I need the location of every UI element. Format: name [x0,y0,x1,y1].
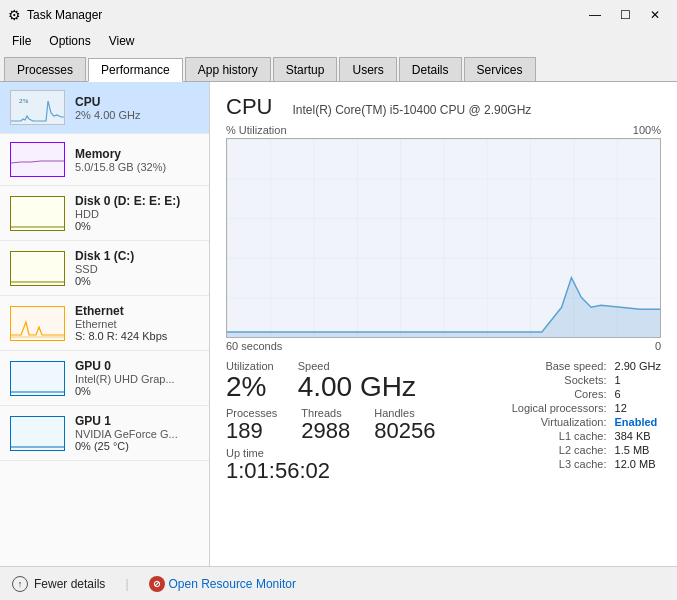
disk0-info: Disk 0 (D: E: E: E:) HDD 0% [75,194,199,232]
chart-area: % Utilization 100% 6 [226,124,661,352]
open-resource-monitor-link[interactable]: ⊘ Open Resource Monitor [149,576,296,592]
minimize-button[interactable]: — [581,5,609,25]
fewer-details-button[interactable]: ↑ Fewer details [12,576,105,592]
threads-block: Threads 2988 [301,407,350,443]
info-virtualization: Virtualization: Enabled [487,416,661,428]
svg-rect-6 [11,362,65,396]
handles-label: Handles [374,407,435,419]
ethernet-thumbnail [10,306,65,341]
stats-section: Utilization 2% Speed 4.00 GHz Processes … [226,360,661,487]
utilization-block: Utilization 2% [226,360,274,403]
gpu1-thumbnail [10,416,65,451]
memory-thumbnail [10,142,65,177]
menu-view[interactable]: View [101,32,143,50]
info-l3: L3 cache: 12.0 MB [487,458,661,470]
cpu-info: CPU 2% 4.00 GHz [75,95,199,121]
close-button[interactable]: ✕ [641,5,669,25]
sidebar-item-disk0[interactable]: Disk 0 (D: E: E: E:) HDD 0% [0,186,209,241]
gpu0-pct: 0% [75,385,199,397]
gpu1-title: GPU 1 [75,414,199,428]
chart-label-top: % Utilization 100% [226,124,661,136]
tab-performance[interactable]: Performance [88,58,183,82]
chart-max-label: 100% [633,124,661,136]
tab-services[interactable]: Services [464,57,536,81]
info-basespeed: Base speed: 2.90 GHz [487,360,661,372]
memory-info: Memory 5.0/15.8 GB (32%) [75,147,199,173]
info-logical: Logical processors: 12 [487,402,661,414]
tab-app-history[interactable]: App history [185,57,271,81]
app-icon: ⚙ [8,7,21,23]
info-cores: Cores: 6 [487,388,661,400]
sidebar-item-memory[interactable]: Memory 5.0/15.8 GB (32%) [0,134,209,186]
svg-text:2%: 2% [19,97,29,105]
menu-options[interactable]: Options [41,32,98,50]
maximize-button[interactable]: ☐ [611,5,639,25]
basespeed-label: Base speed: [487,360,607,372]
title-bar-left: ⚙ Task Manager [8,7,102,23]
sidebar-item-ethernet[interactable]: Ethernet Ethernet S: 8.0 R: 424 Kbps [0,296,209,351]
handles-value: 80256 [374,419,435,443]
memory-sub: 5.0/15.8 GB (32%) [75,161,199,173]
sidebar: 2% CPU 2% 4.00 GHz Memory 5.0/15.8 GB (3… [0,82,210,566]
tab-users[interactable]: Users [339,57,396,81]
fewer-details-icon: ↑ [12,576,28,592]
uptime-value: 1:01:56:02 [226,459,330,483]
left-stats: Utilization 2% Speed 4.00 GHz Processes … [226,360,436,487]
l1-label: L1 cache: [487,430,607,442]
content-title: CPU [226,94,272,120]
menu-file[interactable]: File [4,32,39,50]
gpu0-thumbnail [10,361,65,396]
cores-value: 6 [615,388,621,400]
processes-threads-handles-row: Processes 189 Threads 2988 Handles 80256 [226,407,436,443]
main-layout: 2% CPU 2% 4.00 GHz Memory 5.0/15.8 GB (3… [0,82,677,566]
tab-processes[interactable]: Processes [4,57,86,81]
uptime-block: Up time 1:01:56:02 [226,447,330,483]
sidebar-item-cpu[interactable]: 2% CPU 2% 4.00 GHz [0,82,209,134]
info-sockets: Sockets: 1 [487,374,661,386]
basespeed-value: 2.90 GHz [615,360,661,372]
gpu1-info: GPU 1 NVIDIA GeForce G... 0% (25 °C) [75,414,199,452]
sidebar-item-gpu1[interactable]: GPU 1 NVIDIA GeForce G... 0% (25 °C) [0,406,209,461]
virtualization-value: Enabled [615,416,658,428]
ethernet-title: Ethernet [75,304,199,318]
tab-bar: Processes Performance App history Startu… [0,52,677,82]
logical-label: Logical processors: [487,402,607,414]
info-l2: L2 cache: 1.5 MB [487,444,661,456]
sockets-label: Sockets: [487,374,607,386]
disk0-pct: 0% [75,220,199,232]
tab-startup[interactable]: Startup [273,57,338,81]
l3-label: L3 cache: [487,458,607,470]
speed-block: Speed 4.00 GHz [298,360,416,403]
chart-time-label: 60 seconds [226,340,282,352]
menu-bar: File Options View [0,30,677,52]
content-area: CPU Intel(R) Core(TM) i5-10400 CPU @ 2.9… [210,82,677,566]
chart-zero-label: 0 [655,340,661,352]
title-bar: ⚙ Task Manager — ☐ ✕ [0,0,677,30]
memory-title: Memory [75,147,199,161]
speed-value: 4.00 GHz [298,372,416,403]
sidebar-item-disk1[interactable]: Disk 1 (C:) SSD 0% [0,241,209,296]
title-bar-controls: — ☐ ✕ [581,5,669,25]
bottom-bar: ↑ Fewer details | ⊘ Open Resource Monito… [0,566,677,600]
info-l1: L1 cache: 384 KB [487,430,661,442]
chart-label-bottom: 60 seconds 0 [226,340,661,352]
separator: | [125,577,128,591]
l3-value: 12.0 MB [615,458,656,470]
disk1-title: Disk 1 (C:) [75,249,199,263]
cpu-title: CPU [75,95,199,109]
cpu-thumbnail: 2% [10,90,65,125]
app-title: Task Manager [27,8,102,22]
sidebar-item-gpu0[interactable]: GPU 0 Intel(R) UHD Grap... 0% [0,351,209,406]
gpu1-pct: 0% (25 °C) [75,440,199,452]
svg-rect-5 [11,307,65,341]
fewer-details-label: Fewer details [34,577,105,591]
tab-details[interactable]: Details [399,57,462,81]
resource-monitor-icon: ⊘ [149,576,165,592]
ethernet-info: Ethernet Ethernet S: 8.0 R: 424 Kbps [75,304,199,342]
disk0-title: Disk 0 (D: E: E: E:) [75,194,199,208]
processes-value: 189 [226,419,277,443]
disk0-sub: HDD [75,208,199,220]
disk0-thumbnail [10,196,65,231]
threads-label: Threads [301,407,350,419]
cores-label: Cores: [487,388,607,400]
